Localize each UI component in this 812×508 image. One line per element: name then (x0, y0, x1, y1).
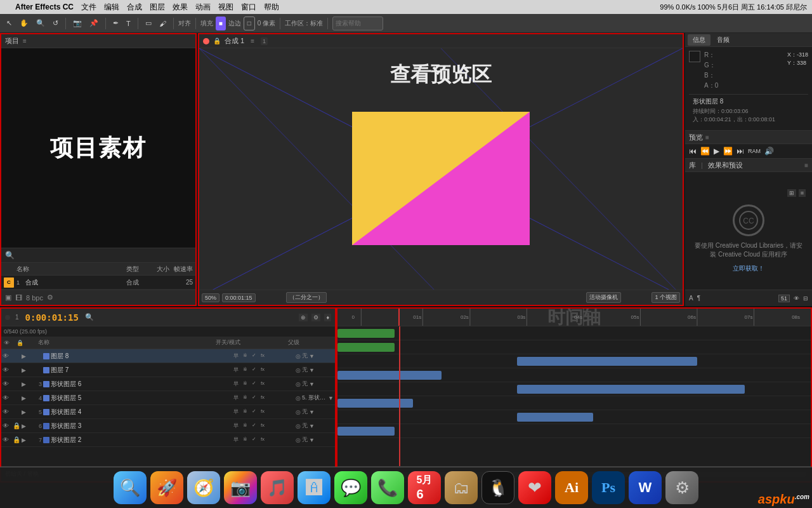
dock-syspref[interactable]: ⚙ (665, 471, 698, 504)
toolbar-hand[interactable]: ✋ (17, 17, 31, 30)
menu-layer[interactable]: 图层 (150, 2, 165, 13)
eye-btn[interactable]: 👁 (794, 295, 799, 302)
preview-menu-icon[interactable]: ≡ (705, 134, 709, 141)
vis-7[interactable]: 👁 (3, 366, 13, 373)
zoom-btn[interactable]: 50% (202, 293, 219, 302)
dock-word[interactable]: W (629, 471, 662, 504)
vis-2[interactable]: 👁 (3, 436, 13, 443)
char-btn[interactable]: A (689, 295, 693, 302)
expand-3[interactable]: ▶ (22, 423, 30, 429)
dock-weibo[interactable]: ❤ (518, 471, 551, 504)
expand-2[interactable]: ▶ (22, 437, 30, 443)
layer-row-8[interactable]: 👁 ▶ 图层 8 早 ※ ✓ fx ◎ 无 ▼ (1, 349, 335, 363)
layers-toolbar-btn2[interactable]: ⚙ (311, 314, 320, 321)
search-help-input[interactable] (332, 17, 383, 30)
viewer-tab-label[interactable]: 合成 1 (225, 36, 244, 46)
toolbar-shape-rect[interactable]: ▭ (143, 17, 154, 30)
toolbar-zoom[interactable]: 🔍 (34, 17, 48, 30)
menu-edit[interactable]: 编辑 (104, 2, 119, 13)
toolbar-rotate[interactable]: ↺ (50, 17, 61, 30)
layer-row-2[interactable]: 👁 🔒 ▶ 7 形状图层 2 早 ※ ✓ fx ◎ 无 ▼ (1, 433, 335, 447)
toolbar-pen[interactable]: ✒ (110, 17, 121, 30)
layer-row-7[interactable]: 👁 ▶ 图层 7 早 ※ ✓ fx ◎ 无 ▼ (1, 363, 335, 377)
menu-animate[interactable]: 动画 (195, 2, 211, 13)
time-btn[interactable]: 0:00:01:15 (222, 293, 256, 302)
layer-row-5[interactable]: 👁 ▶ 4 形状图层 5 早 ※ ✓ fx ◎ 5. 形状图层 4 ▼ (1, 391, 335, 405)
preview-first[interactable]: ⏮ (689, 147, 697, 156)
dock-qq[interactable]: 🐧 (481, 471, 514, 504)
info-tab-audio[interactable]: 音频 (712, 34, 735, 46)
viewer-close[interactable] (203, 38, 209, 44)
dock-finder[interactable]: 🔍 (114, 471, 147, 504)
lock-2[interactable]: 🔒 (13, 436, 22, 443)
dock-messages[interactable]: 💬 (334, 471, 367, 504)
sw-fx[interactable]: fx (259, 352, 266, 360)
layer-row-4[interactable]: 👁 ▶ 5 形状图层 4 早 ※ ✓ fx ◎ 无 ▼ (1, 405, 335, 419)
menu-file[interactable]: 文件 (81, 2, 96, 13)
fill-color-btn[interactable]: ■ (216, 17, 226, 30)
menu-effect[interactable]: 效果 (173, 2, 188, 13)
dock-facetime[interactable]: 📞 (371, 471, 404, 504)
toolbar-select[interactable]: ↖ (4, 17, 15, 30)
dock-calendar[interactable]: 5月6 (408, 471, 441, 504)
info-tab-info[interactable]: 信息 (688, 34, 710, 46)
effects-get-link[interactable]: 立即获取！ (733, 264, 764, 273)
preview-last[interactable]: ⏭ (737, 147, 744, 156)
effects-menu-icon[interactable]: ≡ (804, 162, 808, 169)
toolbar-brush[interactable]: 🖌 (157, 17, 169, 30)
para-btn[interactable]: ¶ (697, 295, 700, 302)
views-btn[interactable]: 1 个视图 (652, 292, 680, 303)
project-menu-icon[interactable]: ≡ (23, 37, 27, 44)
preview-prev[interactable]: ⏪ (700, 147, 710, 156)
menu-comp[interactable]: 合成 (127, 2, 142, 13)
vis-8[interactable]: 👁 (3, 352, 13, 359)
preview-next[interactable]: ⏩ (723, 147, 733, 156)
vis-6[interactable]: 👁 (3, 380, 13, 387)
toolbar-camera[interactable]: 📷 (70, 17, 84, 30)
dock-illustrator[interactable]: Ai (555, 471, 588, 504)
toolbar-puppet[interactable]: 📌 (87, 17, 101, 30)
dock-photoshop[interactable]: Ps (592, 471, 625, 504)
project-item-comp1[interactable]: C 1 合成 合成 25 (1, 276, 195, 290)
toolbar-text[interactable]: T (124, 17, 133, 30)
lock-3[interactable]: 🔒 (13, 422, 22, 429)
sw-cont[interactable]: ※ (241, 352, 249, 360)
sw-check[interactable]: ✓ (250, 352, 258, 360)
time-display[interactable]: 0:00:01:15 (25, 312, 79, 323)
num-btn[interactable]: 51 (778, 295, 790, 302)
app-name-menu[interactable]: After Effects CC (15, 3, 74, 11)
preview-ram[interactable]: RAM (748, 148, 761, 154)
menu-view[interactable]: 视图 (218, 2, 233, 13)
menu-window[interactable]: 窗口 (241, 2, 256, 13)
parent-dropdown-8[interactable]: ▼ (309, 353, 315, 359)
vis-3[interactable]: 👁 (3, 422, 13, 429)
footage-icon[interactable]: 🎞 (15, 294, 22, 302)
effects-list-btn[interactable]: ≡ (799, 189, 806, 197)
layers-toolbar-btn3[interactable]: ♦ (324, 314, 331, 321)
expand-5[interactable]: ▶ (22, 395, 30, 401)
vis-5[interactable]: 👁 (3, 394, 13, 401)
expand-8[interactable]: ▶ (22, 353, 30, 359)
settings-icon[interactable]: ⚙ (47, 293, 53, 302)
playhead[interactable] (399, 326, 400, 466)
dock-launchpad[interactable]: 🚀 (150, 471, 183, 504)
preview-play[interactable]: ▶ (714, 147, 719, 156)
menu-help[interactable]: 帮助 (264, 2, 279, 13)
dock-photos[interactable]: 📷 (224, 471, 257, 504)
effects-grid-btn[interactable]: ⊞ (787, 189, 796, 197)
preview-audio[interactable]: 🔊 (764, 147, 774, 156)
project-search-bar[interactable]: 🔍 (1, 248, 195, 263)
camera-btn[interactable]: 活动摄像机 (586, 292, 621, 303)
sw-shy[interactable]: 早 (232, 352, 240, 360)
dock-music[interactable]: 🎵 (261, 471, 294, 504)
vis-4[interactable]: 👁 (3, 408, 13, 415)
expand-4[interactable]: ▶ (22, 409, 30, 415)
dock-appstore[interactable]: 🅰 (298, 471, 331, 504)
layers-toolbar-btn1[interactable]: ⊕ (299, 314, 308, 321)
expand-6[interactable]: ▶ (22, 381, 30, 387)
expand-7[interactable]: ▶ (22, 367, 30, 373)
search-layers-icon[interactable]: 🔍 (85, 313, 94, 321)
stroke-color-btn[interactable]: □ (244, 17, 255, 30)
layer-row-3[interactable]: 👁 🔒 ▶ 6 形状图层 3 早 ※ ✓ fx ◎ 无 ▼ (1, 419, 335, 433)
checkers-btn[interactable]: ⊟ (803, 295, 808, 302)
